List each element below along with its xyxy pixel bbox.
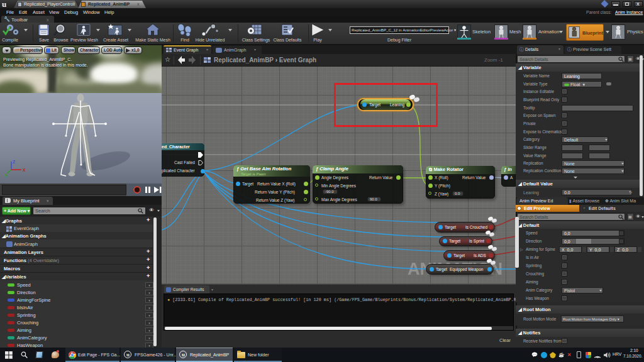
svg-text:y: y (5, 173, 8, 177)
svg-text:Z: Z (13, 160, 16, 164)
svg-text:X: X (23, 168, 26, 172)
